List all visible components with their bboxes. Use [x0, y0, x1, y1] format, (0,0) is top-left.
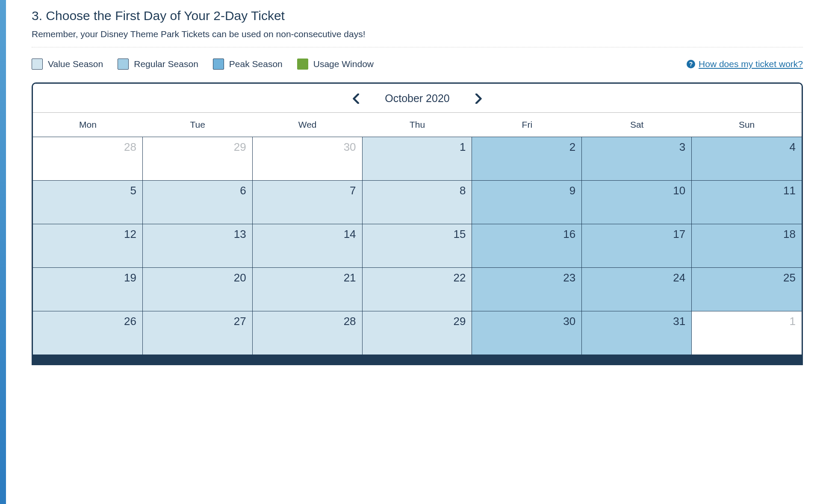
calendar-day[interactable]: 1: [363, 137, 472, 180]
calendar-footer-bar: [33, 355, 802, 364]
calendar-day[interactable]: 10: [582, 180, 692, 224]
calendar-day[interactable]: 30: [472, 311, 582, 355]
calendar-day[interactable]: 9: [472, 180, 582, 224]
legend-label: Usage Window: [313, 59, 374, 69]
calendar: October 2020 Mon Tue Wed Thu Fri Sat Sun…: [32, 82, 803, 365]
calendar-day[interactable]: 8: [363, 180, 472, 224]
calendar-day: 1: [692, 311, 802, 355]
calendar-day[interactable]: 6: [143, 180, 253, 224]
calendar-day[interactable]: 14: [253, 224, 363, 267]
calendar-header: October 2020: [33, 84, 802, 113]
calendar-day[interactable]: 13: [143, 224, 253, 267]
weekday-label: Wed: [253, 113, 363, 137]
weekday-label: Mon: [33, 113, 143, 137]
calendar-day: 30: [253, 137, 363, 180]
swatch-usage: [297, 59, 308, 70]
month-label: October 2020: [385, 92, 450, 105]
prev-month-button[interactable]: [352, 94, 359, 104]
help-link[interactable]: ? How does my ticket work?: [687, 59, 803, 69]
calendar-day[interactable]: 2: [472, 137, 582, 180]
calendar-day[interactable]: 25: [692, 267, 802, 311]
legend-row: Value Season Regular Season Peak Season …: [32, 59, 803, 70]
calendar-day[interactable]: 21: [253, 267, 363, 311]
calendar-day[interactable]: 4: [692, 137, 802, 180]
weekday-label: Fri: [472, 113, 582, 137]
calendar-day[interactable]: 29: [363, 311, 472, 355]
legend-usage-window: Usage Window: [297, 59, 374, 70]
swatch-regular: [118, 59, 129, 70]
calendar-day[interactable]: 20: [143, 267, 253, 311]
calendar-day[interactable]: 12: [33, 224, 143, 267]
question-icon: ?: [687, 60, 695, 68]
calendar-grid: 2829301234567891011121314151617181920212…: [33, 137, 802, 355]
side-gradient-bar: [0, 0, 6, 504]
calendar-day[interactable]: 28: [253, 311, 363, 355]
calendar-day[interactable]: 15: [363, 224, 472, 267]
weekday-label: Sun: [692, 113, 802, 137]
swatch-peak: [213, 59, 224, 70]
calendar-day[interactable]: 18: [692, 224, 802, 267]
chevron-right-icon: [475, 94, 482, 104]
legend-peak-season: Peak Season: [213, 59, 283, 70]
legend-value-season: Value Season: [32, 59, 103, 70]
calendar-day[interactable]: 16: [472, 224, 582, 267]
calendar-day: 28: [33, 137, 143, 180]
section-title: 3. Choose the First Day of Your 2-Day Ti…: [32, 9, 803, 23]
calendar-day: 29: [143, 137, 253, 180]
calendar-day[interactable]: 23: [472, 267, 582, 311]
legend-label: Value Season: [48, 59, 103, 69]
section-divider: [32, 47, 803, 47]
calendar-day[interactable]: 24: [582, 267, 692, 311]
weekday-label: Tue: [143, 113, 253, 137]
next-month-button[interactable]: [475, 94, 482, 104]
calendar-day[interactable]: 5: [33, 180, 143, 224]
legend-label: Peak Season: [229, 59, 283, 69]
legend-label: Regular Season: [134, 59, 198, 69]
calendar-day[interactable]: 11: [692, 180, 802, 224]
calendar-day[interactable]: 3: [582, 137, 692, 180]
swatch-value: [32, 59, 43, 70]
legend-regular-season: Regular Season: [118, 59, 198, 70]
help-link-label: How does my ticket work?: [699, 59, 803, 69]
calendar-day[interactable]: 22: [363, 267, 472, 311]
calendar-day[interactable]: 27: [143, 311, 253, 355]
calendar-day[interactable]: 7: [253, 180, 363, 224]
calendar-day[interactable]: 19: [33, 267, 143, 311]
weekday-label: Thu: [363, 113, 472, 137]
weekday-label: Sat: [582, 113, 692, 137]
calendar-day[interactable]: 26: [33, 311, 143, 355]
section-subtitle: Remember, your Disney Theme Park Tickets…: [32, 29, 803, 39]
calendar-day[interactable]: 17: [582, 224, 692, 267]
calendar-day[interactable]: 31: [582, 311, 692, 355]
chevron-left-icon: [352, 94, 359, 104]
weekday-row: Mon Tue Wed Thu Fri Sat Sun: [33, 113, 802, 137]
